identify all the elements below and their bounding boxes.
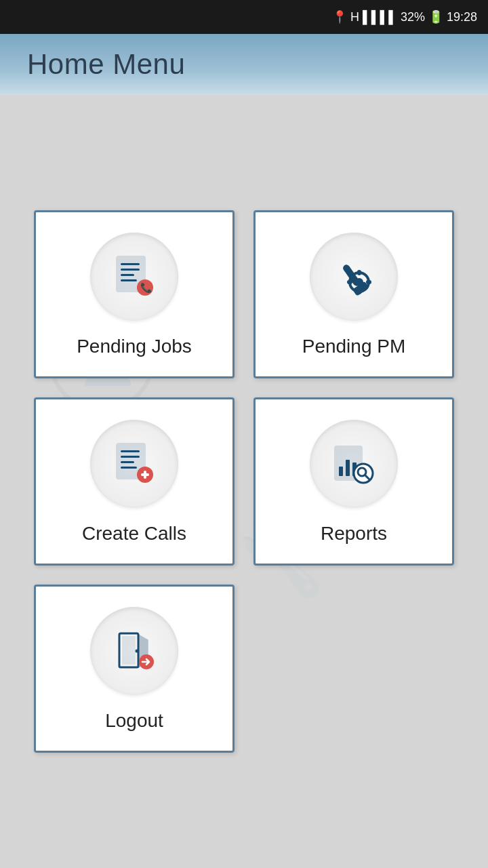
menu-grid: 📞 Pending Jobs bbox=[0, 190, 488, 773]
create-calls-icon-circle bbox=[90, 420, 178, 508]
svg-rect-17 bbox=[357, 289, 361, 294]
svg-rect-22 bbox=[121, 456, 140, 458]
create-calls-icon bbox=[111, 441, 157, 487]
svg-rect-30 bbox=[346, 460, 350, 476]
svg-text:📞: 📞 bbox=[140, 282, 152, 294]
svg-rect-9 bbox=[121, 279, 137, 281]
svg-rect-16 bbox=[357, 270, 361, 275]
reports-button[interactable]: Reports bbox=[253, 397, 454, 566]
create-calls-label: Create Calls bbox=[82, 523, 186, 545]
svg-rect-18 bbox=[347, 280, 352, 284]
logout-label: Logout bbox=[105, 710, 163, 732]
svg-rect-8 bbox=[121, 274, 134, 276]
svg-rect-27 bbox=[144, 471, 146, 479]
page-title: Home Menu bbox=[27, 48, 185, 81]
reports-label: Reports bbox=[321, 523, 387, 545]
pending-pm-icon bbox=[331, 254, 377, 300]
svg-point-15 bbox=[355, 278, 363, 286]
status-icons: 📍 H ▌▌▌▌ 32% 🔋 19:28 bbox=[332, 9, 477, 24]
pending-pm-button[interactable]: Pending PM bbox=[253, 210, 454, 378]
time-display: 19:28 bbox=[447, 10, 477, 24]
logout-icon-circle bbox=[90, 607, 178, 695]
battery-icon: 🔋 bbox=[428, 9, 443, 24]
svg-point-38 bbox=[136, 650, 139, 653]
main-content: 👤 ⚙ 🔧 bbox=[0, 95, 488, 868]
svg-rect-7 bbox=[121, 269, 140, 271]
signal-bars-icon: ▌▌▌▌ bbox=[363, 10, 397, 24]
svg-rect-24 bbox=[121, 467, 137, 469]
svg-rect-23 bbox=[121, 461, 134, 463]
status-bar: 📍 H ▌▌▌▌ 32% 🔋 19:28 bbox=[0, 0, 488, 34]
svg-rect-21 bbox=[121, 450, 140, 452]
pending-jobs-label: Pending Jobs bbox=[77, 336, 192, 357]
svg-rect-36 bbox=[122, 636, 136, 665]
pending-jobs-icon: 📞 bbox=[111, 254, 157, 300]
pending-jobs-button[interactable]: 📞 Pending Jobs bbox=[34, 210, 235, 378]
app-header: Home Menu bbox=[0, 34, 488, 95]
pending-pm-label: Pending PM bbox=[302, 336, 406, 357]
svg-rect-29 bbox=[339, 467, 343, 476]
location-icon: 📍 bbox=[332, 9, 347, 24]
reports-icon bbox=[331, 441, 377, 487]
reports-icon-circle bbox=[310, 420, 398, 508]
battery-percentage: 32% bbox=[401, 10, 425, 24]
create-calls-button[interactable]: Create Calls bbox=[34, 397, 235, 566]
pending-pm-icon-circle bbox=[310, 233, 398, 321]
pending-jobs-icon-circle: 📞 bbox=[90, 233, 178, 321]
signal-strength: H bbox=[350, 10, 359, 24]
logout-icon bbox=[111, 628, 157, 674]
logout-button[interactable]: Logout bbox=[34, 585, 235, 753]
svg-rect-6 bbox=[121, 263, 140, 265]
svg-rect-19 bbox=[366, 280, 371, 284]
